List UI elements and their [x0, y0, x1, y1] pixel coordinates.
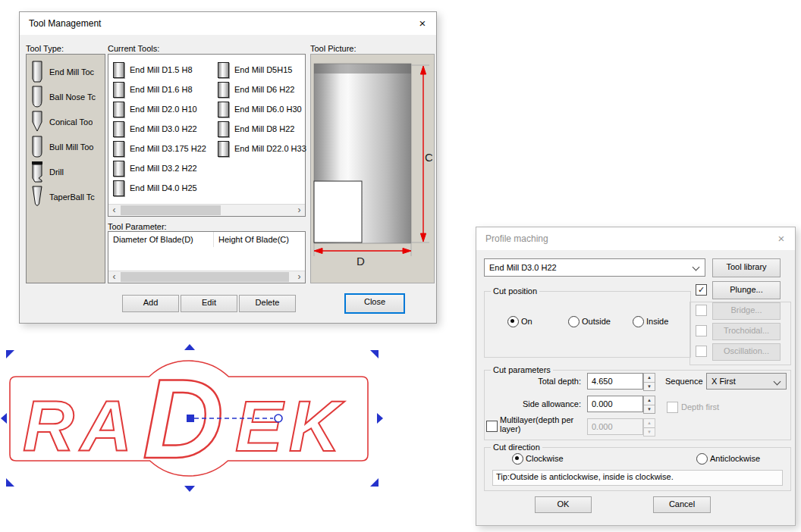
tool-list-item[interactable]: End Mill D3.0 H22: [113, 119, 197, 139]
radio-on[interactable]: [507, 316, 519, 327]
drill-icon: [30, 161, 45, 183]
tool-list-item[interactable]: End Mill D8 H22: [218, 119, 294, 139]
delete-button[interactable]: Delete: [239, 295, 296, 312]
tool-list-item[interactable]: End Mill D6.0 H30: [218, 99, 302, 119]
end-mill-small-icon: [113, 161, 124, 177]
trochoidal-checkbox[interactable]: [696, 325, 707, 336]
multilayer-spinner[interactable]: ▲ ▼: [643, 418, 655, 437]
plunge-checkbox[interactable]: ✓: [696, 284, 707, 296]
tool-list-item[interactable]: End Mill D1.5 H8: [113, 60, 193, 80]
tool-type-item[interactable]: TaperBall Tc: [30, 186, 102, 208]
profile-maching-titlebar[interactable]: Profile maching ×: [476, 227, 795, 250]
side-allowance-spinner[interactable]: ▲ ▼: [643, 396, 655, 414]
cancel-button[interactable]: Cancel: [653, 496, 711, 513]
close-icon[interactable]: ×: [409, 12, 436, 35]
scroll-right-icon[interactable]: ›: [294, 205, 305, 216]
bull-mill-icon: [30, 136, 45, 158]
radio-outside[interactable]: [568, 316, 580, 327]
handle-bottom-right[interactable]: [370, 478, 379, 487]
radio-inside[interactable]: [633, 316, 644, 327]
depth-first-label[interactable]: Depth first: [681, 402, 719, 412]
tool-list-item[interactable]: End Mill D5H15: [218, 60, 292, 80]
tool-type-item[interactable]: Drill: [30, 161, 102, 183]
sequence-select[interactable]: X First: [706, 373, 787, 390]
radio-anticlockwise-label[interactable]: Anticlockwise: [710, 454, 760, 463]
tool-list-item[interactable]: End Mill D6 H22: [218, 80, 294, 99]
tool-type-item[interactable]: Ball Nose Tc: [30, 86, 102, 108]
bridge-button[interactable]: Bridge...: [712, 302, 781, 320]
handle-top-right[interactable]: [370, 350, 379, 358]
tool-type-label: End Mill Toc: [49, 67, 94, 77]
multilayer-input[interactable]: 0.000: [587, 418, 643, 435]
bridge-checkbox[interactable]: [696, 305, 707, 316]
center-handle[interactable]: [187, 415, 194, 422]
total-depth-label: Total depth:: [492, 377, 581, 386]
tool-type-item[interactable]: Conical Too: [30, 111, 102, 133]
close-button[interactable]: Close: [344, 293, 405, 314]
handle-top-left[interactable]: [6, 350, 14, 358]
radio-inside-label[interactable]: Inside: [646, 317, 668, 326]
radio-clockwise-label[interactable]: Clockwise: [526, 454, 564, 463]
scrollbar-thumb[interactable]: [121, 272, 289, 282]
logo-selection-object[interactable]: RA D EK: [0, 343, 388, 494]
spin-up-icon[interactable]: ▲: [644, 396, 655, 405]
radio-outside-label[interactable]: Outside: [582, 317, 611, 326]
end-mill-small-icon: [113, 82, 124, 98]
radio-on-label[interactable]: On: [521, 317, 532, 326]
total-depth-input[interactable]: 4.650: [587, 373, 643, 390]
param-col-height[interactable]: Height Of Blade(C): [214, 232, 308, 247]
handle-middle-right[interactable]: [377, 413, 383, 424]
tool-list-item[interactable]: End Mill D22.0 H33: [218, 139, 306, 158]
scroll-right-icon[interactable]: ›: [294, 271, 305, 283]
tool-type-item[interactable]: Bull Mill Too: [30, 136, 102, 158]
tool-type-label: Ball Nose Tc: [49, 92, 96, 102]
plunge-button[interactable]: Plunge...: [712, 281, 781, 299]
taper-ball-icon: [30, 186, 45, 208]
tool-list-item[interactable]: End Mill D4.0 H25: [113, 178, 197, 198]
horizontal-scrollbar[interactable]: ‹ ›: [108, 204, 305, 216]
spin-down-icon[interactable]: ▼: [644, 428, 655, 437]
close-icon[interactable]: ×: [768, 227, 795, 250]
param-col-diameter[interactable]: Diameter Of Blade(D): [108, 232, 214, 247]
tool-management-titlebar[interactable]: Tool Management ×: [20, 12, 436, 35]
handle-bottom-center[interactable]: [184, 486, 195, 492]
tool-select[interactable]: End Mill D3.0 H22: [484, 258, 705, 277]
spin-down-icon[interactable]: ▼: [644, 405, 655, 414]
multilayer-checkbox[interactable]: [486, 421, 498, 432]
logo-letters[interactable]: RA D EK: [23, 356, 347, 481]
depth-first-checkbox[interactable]: [667, 402, 678, 413]
tool-list-item[interactable]: End Mill D3.175 H22: [113, 139, 206, 158]
tool-type-item[interactable]: End Mill Toc: [30, 61, 102, 83]
profile-maching-dialog: Profile maching × End Mill D3.0 H22 Tool…: [476, 227, 796, 526]
edit-button[interactable]: Edit: [181, 295, 237, 312]
spin-down-icon[interactable]: ▼: [644, 383, 655, 391]
spin-up-icon[interactable]: ▲: [644, 374, 655, 383]
handle-top-center[interactable]: [184, 344, 195, 350]
radio-anticlockwise[interactable]: [696, 453, 708, 465]
tool-list-item[interactable]: End Mill D3.2 H22: [113, 158, 197, 178]
trochoidal-button[interactable]: Trochoidal...: [712, 323, 781, 340]
scroll-left-icon[interactable]: ‹: [108, 271, 120, 283]
oscillation-button[interactable]: Oscillation...: [712, 343, 781, 361]
current-tools-list[interactable]: End Mill D1.5 H8 End Mill D1.6 H8 End Mi…: [108, 54, 306, 217]
side-allowance-input[interactable]: 0.000: [587, 396, 643, 412]
tool-parameter-table[interactable]: Diameter Of Blade(D) Height Of Blade(C) …: [108, 231, 306, 283]
tool-library-button[interactable]: Tool library: [712, 258, 781, 277]
tool-type-list[interactable]: End Mill Toc Ball Nose Tc Conical Too Bu…: [26, 54, 105, 283]
tool-list-item[interactable]: End Mill D1.6 H8: [113, 80, 193, 99]
radio-clockwise[interactable]: [512, 453, 523, 465]
spin-up-icon[interactable]: ▲: [644, 419, 655, 428]
oscillation-checkbox[interactable]: [696, 346, 707, 357]
scroll-left-icon[interactable]: ‹: [108, 205, 120, 216]
tool-list-item[interactable]: End Mill D2.0 H10: [113, 99, 197, 119]
multilayer-label[interactable]: Multilayer(depth per layer): [500, 415, 585, 433]
current-tools-heading: Current Tools:: [108, 44, 159, 53]
ok-button[interactable]: OK: [535, 496, 592, 513]
dim-c-label: C: [425, 151, 432, 164]
add-button[interactable]: Add: [122, 295, 179, 312]
handle-bottom-left[interactable]: [6, 478, 14, 487]
horizontal-scrollbar[interactable]: ‹ ›: [108, 271, 305, 283]
handle-middle-left[interactable]: [1, 413, 7, 424]
total-depth-spinner[interactable]: ▲ ▼: [643, 373, 655, 391]
scrollbar-thumb[interactable]: [121, 205, 221, 215]
